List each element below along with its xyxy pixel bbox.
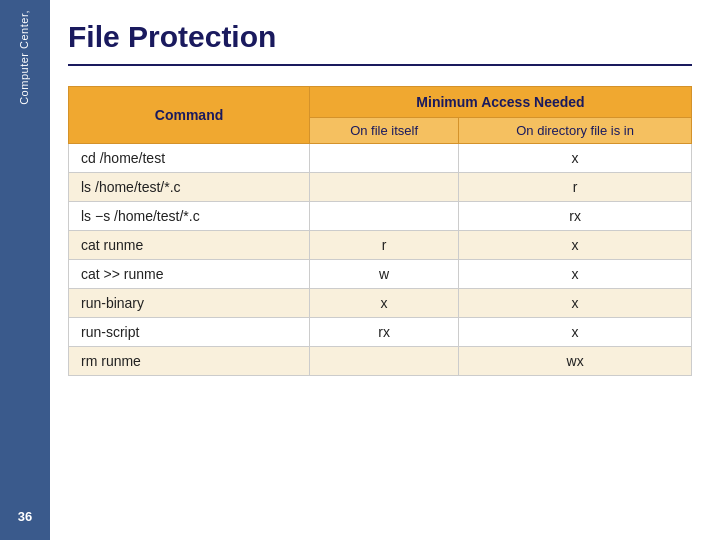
- on-file-cell: [310, 347, 459, 376]
- command-cell: run-script: [69, 318, 310, 347]
- table-row: cd /home/testx: [69, 144, 692, 173]
- on-file-cell: [310, 202, 459, 231]
- table-row: rm runmewx: [69, 347, 692, 376]
- col-on-file-header: On file itself: [310, 118, 459, 144]
- command-cell: cat >> runme: [69, 260, 310, 289]
- on-dir-cell: x: [459, 318, 692, 347]
- table-row: cat >> runmewx: [69, 260, 692, 289]
- on-file-cell: w: [310, 260, 459, 289]
- on-dir-cell: rx: [459, 202, 692, 231]
- on-file-cell: r: [310, 231, 459, 260]
- table-wrapper: Command Minimum Access Needed On file it…: [68, 86, 692, 520]
- file-protection-table: Command Minimum Access Needed On file it…: [68, 86, 692, 376]
- col-on-dir-header: On directory file is in: [459, 118, 692, 144]
- main-content: File Protection Command Minimum Access N…: [50, 0, 720, 540]
- sidebar-label: Computer Center,: [17, 10, 32, 105]
- table-row: run-scriptrxx: [69, 318, 692, 347]
- command-cell: ls −s /home/test/*.c: [69, 202, 310, 231]
- command-cell: cd /home/test: [69, 144, 310, 173]
- command-cell: rm runme: [69, 347, 310, 376]
- page-title: File Protection: [68, 20, 692, 54]
- command-cell: ls /home/test/*.c: [69, 173, 310, 202]
- col-command-header: Command: [69, 87, 310, 144]
- table-row: cat runmerx: [69, 231, 692, 260]
- table-row: ls /home/test/*.cr: [69, 173, 692, 202]
- on-file-cell: x: [310, 289, 459, 318]
- on-file-cell: [310, 173, 459, 202]
- on-dir-cell: wx: [459, 347, 692, 376]
- on-dir-cell: x: [459, 231, 692, 260]
- title-underline: [68, 64, 692, 66]
- on-dir-cell: x: [459, 260, 692, 289]
- on-dir-cell: x: [459, 144, 692, 173]
- on-dir-cell: r: [459, 173, 692, 202]
- command-cell: cat runme: [69, 231, 310, 260]
- col-min-access-header: Minimum Access Needed: [310, 87, 692, 118]
- table-row: ls −s /home/test/*.crx: [69, 202, 692, 231]
- on-file-cell: rx: [310, 318, 459, 347]
- table-row: run-binaryxx: [69, 289, 692, 318]
- sidebar: Computer Center, 36: [0, 0, 50, 540]
- command-cell: run-binary: [69, 289, 310, 318]
- page-number: 36: [18, 509, 32, 524]
- on-dir-cell: x: [459, 289, 692, 318]
- on-file-cell: [310, 144, 459, 173]
